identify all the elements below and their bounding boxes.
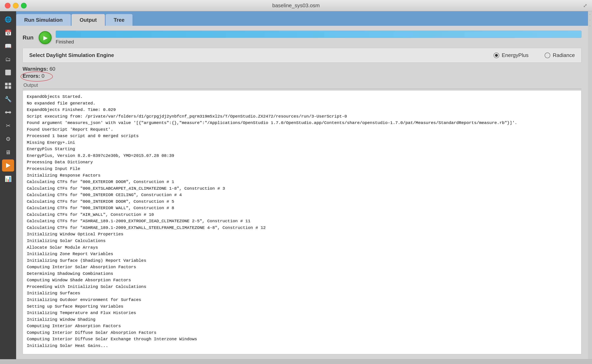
- scroll-dot-2: ·: [589, 18, 590, 22]
- svg-rect-2: [8, 83, 11, 85]
- log-line: Found argument 'measures_json' with valu…: [27, 120, 577, 126]
- log-line: Initializing Surface (Shading) Report Va…: [27, 258, 577, 264]
- sidebar-item-book[interactable]: 📖: [2, 40, 14, 52]
- window-title: baseline_sys03.osm: [272, 2, 320, 9]
- sidebar-item-grid[interactable]: [2, 80, 14, 92]
- engine-energyplus-label: EnergyPlus: [502, 52, 528, 58]
- sidebar-item-chart[interactable]: 📊: [2, 173, 14, 185]
- run-button[interactable]: [39, 31, 52, 44]
- log-line: Computing Interior Absorption Factors: [27, 323, 577, 330]
- warnings-count: 60: [49, 66, 55, 72]
- log-line: Processed 1 base script and 0 merged scr…: [27, 133, 577, 140]
- engine-label: Select Daylight Simulation Engine: [29, 52, 114, 58]
- sidebar-item-run[interactable]: [2, 159, 14, 172]
- run-row: Run Finished: [23, 31, 582, 45]
- log-line: Setting up Surface Reporting Variables: [27, 303, 577, 310]
- log-line: EnergyPlus, Version 8.2.0-8397c2e30b, YM…: [27, 153, 577, 159]
- svg-rect-4: [8, 86, 11, 89]
- window-controls[interactable]: [5, 3, 27, 8]
- log-line: Calculating CTFs for "000_INTERIOR DOOR"…: [27, 199, 577, 205]
- log-line: ExpandObjects Started.: [27, 94, 577, 100]
- stats-row: Warnings: 60 Errors: 0: [23, 66, 582, 79]
- radio-energyplus[interactable]: [494, 52, 499, 58]
- log-line: Found UserScript 'Report Request'.: [27, 126, 577, 133]
- radio-radiance[interactable]: [545, 52, 550, 58]
- tab-bar: Run Simulation Output Tree: [16, 11, 588, 26]
- tab-tree[interactable]: Tree: [106, 14, 133, 26]
- scroll-dot-1: ·: [589, 12, 590, 16]
- log-line: Calculating CTFs for "000_EXTSLABCARPET_…: [27, 185, 577, 192]
- sidebar-item-arrows[interactable]: [2, 106, 14, 118]
- maximize-button[interactable]: [21, 3, 27, 8]
- right-scroll-area: · · ·: [588, 11, 592, 359]
- main-content: Run Finished Select Daylight Simulation …: [16, 26, 588, 359]
- resize-icon: ⤢: [583, 3, 587, 8]
- engine-option-radiance[interactable]: Radiance: [545, 52, 575, 58]
- log-line: Calculating CTFs for "ASHRAE_189.1-2009_…: [27, 218, 577, 225]
- sidebar-item-calendar[interactable]: 📅: [2, 26, 14, 39]
- output-section: Output ExpandObjects Started.No expanded…: [23, 82, 582, 354]
- errors-label: Errors:: [23, 73, 40, 79]
- log-line: Initializing Window Optical Properties: [27, 231, 577, 238]
- sidebar-item-gear[interactable]: ⚙: [2, 133, 14, 145]
- radio-energyplus-fill: [495, 54, 498, 57]
- log-line: Proceeding with Initializing Solar Calcu…: [27, 284, 577, 290]
- progress-bar: [56, 31, 582, 38]
- finished-label: Finished: [56, 39, 582, 45]
- log-line: Initializing Zone Report Variables: [27, 251, 577, 258]
- log-line: Allocate Solar Module Arrays: [27, 244, 577, 251]
- progress-container: Finished: [56, 31, 582, 45]
- sidebar-item-globe[interactable]: 🌐: [2, 13, 14, 25]
- log-line: Calculating CTFs for "AIR_WALL", Constru…: [27, 212, 577, 218]
- log-line: Computing Interior Solar Absorption Fact…: [27, 264, 577, 271]
- log-line: Initializing Outdoor environment for Sur…: [27, 297, 577, 303]
- sidebar-item-monitor[interactable]: 🖥: [2, 146, 14, 158]
- close-button[interactable]: [5, 3, 10, 8]
- log-line: Computing Interior Diffuse Solar Exchang…: [27, 336, 577, 343]
- run-label: Run: [23, 34, 35, 41]
- log-line: Determining Shadowing Combinations: [27, 271, 577, 277]
- log-line: ExpandObjects Finished. Time: 0.029: [27, 107, 577, 113]
- sidebar-item-layers[interactable]: 🗂: [2, 53, 14, 65]
- log-line: Initializing Window Shading: [27, 317, 577, 323]
- log-line: Script executing from: /private/var/fold…: [27, 113, 577, 120]
- engine-option-energyplus[interactable]: EnergyPlus: [494, 52, 528, 58]
- log-line: Missing Energy+.ini: [27, 140, 577, 146]
- log-line: Calculating CTFs for "000_INTERIOR WALL"…: [27, 205, 577, 212]
- errors-line: Errors: 0: [23, 73, 582, 79]
- log-line: Initializing Response Factors: [27, 172, 577, 179]
- engine-radiance-label: Radiance: [553, 52, 575, 58]
- sidebar-item-scissors[interactable]: ✂: [2, 120, 14, 132]
- log-line: Calculating CTFs for "000_EXTERIOR DOOR"…: [27, 179, 577, 185]
- log-line: Computing Window Shade Absorption Factor…: [27, 277, 577, 284]
- bottom-scroll-bar[interactable]: [0, 359, 592, 364]
- warnings-line: Warnings: 60: [23, 66, 582, 72]
- log-line: Initializing Surfaces: [27, 290, 577, 297]
- svg-marker-5: [5, 111, 11, 114]
- log-line: Initializing Solar Calculations: [27, 238, 577, 244]
- log-line: EnergyPlus Starting: [27, 146, 577, 153]
- log-line: Calculating CTFs for "ASHRAE_189.1-2009_…: [27, 225, 577, 231]
- sidebar-item-tools[interactable]: 🔧: [2, 93, 14, 105]
- sidebar-item-cube[interactable]: [2, 66, 14, 78]
- title-bar: baseline_sys03.osm ⤢: [0, 0, 592, 11]
- svg-rect-1: [5, 83, 8, 85]
- output-header: Output: [23, 82, 582, 89]
- log-line: Computing Interior Diffuse Solar Absorpt…: [27, 330, 577, 336]
- log-line: Initializing Temperature and Flux Histor…: [27, 310, 577, 317]
- log-line: Processing Data Dictionary: [27, 159, 577, 166]
- log-line: No expanded file generated.: [27, 100, 577, 107]
- minimize-button[interactable]: [13, 3, 19, 8]
- progress-bar-fill: [56, 31, 581, 38]
- svg-marker-6: [6, 163, 10, 168]
- tab-output[interactable]: Output: [72, 14, 105, 26]
- scroll-dot-3: ·: [589, 24, 590, 28]
- sidebar: 🌐 📅 📖 🗂 🔧 ✂ ⚙ 🖥 📊: [0, 11, 16, 359]
- warnings-label: Warnings:: [23, 66, 48, 72]
- tab-run-simulation[interactable]: Run Simulation: [16, 14, 71, 26]
- output-log[interactable]: ExpandObjects Started.No expanded file g…: [23, 90, 582, 354]
- svg-rect-3: [5, 86, 8, 89]
- svg-rect-0: [5, 70, 11, 75]
- engine-options: EnergyPlus Radiance: [494, 52, 575, 58]
- errors-count: 0: [41, 73, 44, 79]
